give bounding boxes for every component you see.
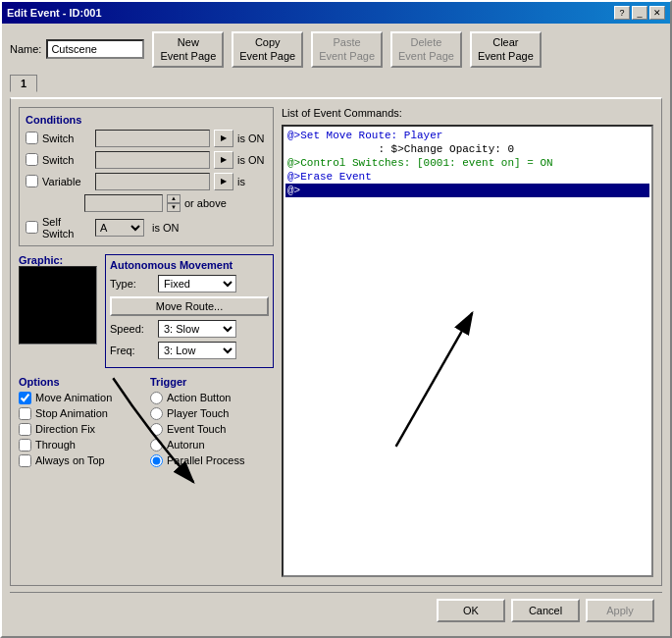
graphic-label: Graphic:: [19, 254, 63, 266]
variable-label: Variable: [42, 176, 91, 187]
type-dropdown[interactable]: Fixed Random Approach Custom: [158, 275, 236, 292]
paste-event-page-button[interactable]: Paste Event Page: [311, 31, 383, 68]
stop-animation-label: Stop Animation: [35, 407, 108, 419]
stop-animation-checkbox[interactable]: [19, 407, 31, 420]
switch1-label: Switch: [42, 133, 91, 144]
type-label: Type:: [110, 278, 154, 290]
move-route-button[interactable]: Move Route...: [110, 296, 269, 316]
top-row: Name: New Event Page Copy Event Page Pas…: [10, 31, 662, 68]
switch2-ison: is ON: [237, 154, 267, 166]
conditions-title: Conditions: [26, 114, 267, 126]
trigger-event-touch: Event Touch: [150, 423, 274, 436]
bottom-bar: OK Cancel Apply: [10, 592, 662, 628]
new-event-page-button[interactable]: New Event Page: [152, 31, 224, 68]
minimize-button[interactable]: _: [632, 6, 647, 20]
trigger-player-touch: Player Touch: [150, 407, 274, 420]
switch1-checkbox[interactable]: [26, 132, 38, 144]
through-checkbox[interactable]: [19, 439, 31, 452]
event-list-container: @>Set Move Route: Player : $>Change Opac…: [282, 125, 653, 577]
switch2-arrow[interactable]: ▶: [214, 151, 233, 169]
variable-row: Variable ▶ is: [26, 173, 267, 190]
delete-event-page-button[interactable]: Delete Event Page: [390, 31, 462, 68]
graphic-section: Graphic: Autonomous Movement Type: Fixed…: [19, 254, 274, 368]
always-on-top-label: Always on Top: [35, 454, 105, 466]
action-button-label: Action Button: [167, 392, 231, 403]
move-animation-checkbox[interactable]: [19, 392, 31, 404]
ok-button[interactable]: OK: [437, 599, 505, 622]
above-row: ▲ ▼ or above: [84, 194, 267, 212]
event-item[interactable]: @>Set Move Route: Player: [285, 129, 649, 142]
option-move-animation: Move Animation: [19, 392, 142, 404]
conditions-section: Conditions Switch ▶ is ON Switch: [19, 107, 274, 246]
window-title: Edit Event - ID:001: [7, 7, 102, 19]
options-trigger-section: Options Move Animation Stop Animation Di…: [19, 376, 274, 470]
type-row: Type: Fixed Random Approach Custom: [110, 275, 269, 292]
close-button[interactable]: ✕: [649, 6, 665, 20]
variable-checkbox[interactable]: [26, 175, 38, 187]
speed-label: Speed:: [110, 323, 154, 335]
title-bar-buttons: ? _ ✕: [614, 6, 665, 20]
variable-field[interactable]: [95, 173, 210, 190]
trigger-title: Trigger: [150, 376, 274, 388]
switch1-arrow[interactable]: ▶: [214, 130, 233, 147]
autonomous-section: Autonomous Movement Type: Fixed Random A…: [105, 254, 274, 368]
title-bar: Edit Event - ID:001 ? _ ✕: [2, 2, 670, 24]
switch2-label: Switch: [42, 154, 91, 166]
event-item[interactable]: : $>Change Opacity: 0: [285, 142, 649, 156]
event-list-label: List of Event Commands:: [282, 107, 653, 119]
switch2-field[interactable]: [95, 151, 210, 169]
speed-row: Speed: 3: Slow: [110, 320, 269, 338]
self-switch-checkbox[interactable]: [26, 221, 38, 234]
switch2-checkbox[interactable]: [26, 153, 38, 166]
spinners: ▲ ▼: [167, 194, 181, 212]
self-switch-label: SelfSwitch: [42, 216, 91, 239]
copy-event-page-button[interactable]: Copy Event Page: [232, 31, 303, 68]
trigger-section: Trigger Action Button Player Touch Event…: [150, 376, 274, 470]
direction-fix-checkbox[interactable]: [19, 423, 31, 436]
variable-arrow[interactable]: ▶: [214, 173, 233, 190]
speed-dropdown[interactable]: 3: Slow: [158, 320, 236, 338]
event-item[interactable]: @>Control Switches: [0001: event on] = O…: [285, 156, 649, 170]
or-above-label: or above: [184, 197, 227, 209]
freq-row: Freq: 3: Low: [110, 342, 269, 359]
autorun-label: Autorun: [167, 439, 205, 451]
always-on-top-checkbox[interactable]: [19, 454, 31, 467]
event-list[interactable]: @>Set Move Route: Player : $>Change Opac…: [282, 125, 653, 577]
switch1-field[interactable]: [95, 130, 210, 147]
switch1-row: Switch ▶ is ON: [26, 130, 267, 147]
trigger-autorun: Autorun: [150, 439, 274, 452]
tab-1[interactable]: 1: [10, 75, 37, 92]
parallel-process-radio[interactable]: [150, 454, 163, 467]
above-input[interactable]: [84, 194, 163, 212]
name-input[interactable]: [46, 39, 144, 59]
spin-up[interactable]: ▲: [167, 194, 181, 203]
spin-down[interactable]: ▼: [167, 203, 181, 212]
graphic-area: Graphic:: [19, 254, 97, 368]
name-section: Name:: [10, 39, 144, 59]
freq-label: Freq:: [110, 345, 154, 356]
main-area: Conditions Switch ▶ is ON Switch: [10, 97, 662, 586]
cancel-button[interactable]: Cancel: [511, 599, 580, 622]
action-button-radio[interactable]: [150, 392, 163, 404]
player-touch-radio[interactable]: [150, 407, 163, 420]
clear-event-page-button[interactable]: Clear Event Page: [470, 31, 542, 68]
option-always-on-top: Always on Top: [19, 454, 142, 467]
graphic-box[interactable]: [19, 266, 97, 345]
event-item-selected[interactable]: @>: [285, 184, 649, 197]
options-section: Options Move Animation Stop Animation Di…: [19, 376, 142, 470]
window-content: Name: New Event Page Copy Event Page Pas…: [2, 24, 670, 636]
event-item[interactable]: @>Erase Event: [285, 170, 649, 184]
options-title: Options: [19, 376, 142, 388]
main-window: Edit Event - ID:001 ? _ ✕ Name: New Even…: [0, 0, 672, 638]
help-button[interactable]: ?: [614, 6, 630, 20]
tabs-row: 1: [10, 74, 662, 91]
freq-dropdown[interactable]: 3: Low: [158, 342, 236, 359]
variable-is: is: [237, 176, 267, 187]
trigger-action-button: Action Button: [150, 392, 274, 404]
event-touch-radio[interactable]: [150, 423, 163, 436]
self-switch-row: SelfSwitch A B C D is ON: [26, 216, 267, 239]
apply-button[interactable]: Apply: [586, 599, 654, 622]
parallel-process-label: Parallel Process: [167, 454, 244, 466]
self-switch-dropdown[interactable]: A B C D: [95, 219, 144, 237]
autorun-radio[interactable]: [150, 439, 163, 452]
